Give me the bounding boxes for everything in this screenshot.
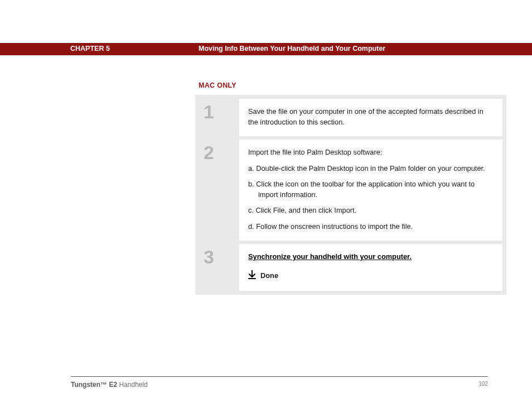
synchronize-link[interactable]: Synchronize your handheld with your comp… [248,252,412,261]
done-label: Done [260,271,278,281]
step-content: Import the file into Palm Desktop softwa… [239,140,502,241]
steps-card: 1 Save the file on your computer in one … [195,95,506,295]
substep-a: a. Double-click the Palm Desktop icon in… [248,164,494,174]
product-name-bold: Tungsten™ E2 [71,381,117,389]
substep-d: d. Follow the onscreen instructions to i… [248,222,494,232]
step-content: Save the file on your computer in one of… [239,99,502,136]
substep-c: c. Click File, and then click Import. [248,205,494,216]
document-page: CHAPTER 5 Moving Info Between Your Handh… [0,0,532,412]
step-row: 1 Save the file on your computer in one … [199,99,502,136]
step-row: 3 Synchronize your handheld with your co… [199,244,502,291]
platform-label: MAC ONLY [199,82,236,89]
step-row: 2 Import the file into Palm Desktop soft… [199,140,502,241]
step-body-text: Save the file on your computer in one of… [248,107,494,127]
step-lead-text: Import the file into Palm Desktop softwa… [248,147,494,158]
step-number: 3 [199,244,236,266]
step-number: 1 [199,99,236,121]
footer-rule [71,376,488,377]
down-arrow-icon [248,270,256,282]
step-number: 2 [199,140,236,162]
substep-b: b. Click the icon on the toolbar for the… [248,179,494,200]
chapter-header-bar: CHAPTER 5 Moving Info Between Your Handh… [0,43,532,55]
page-number: 102 [478,381,488,387]
chapter-title: Moving Info Between Your Handheld and Yo… [199,45,385,52]
page-footer: Tungsten™ E2 Handheld 102 [71,381,488,389]
product-name-rest: Handheld [117,381,148,389]
chapter-label: CHAPTER 5 [70,45,110,52]
step-content: Synchronize your handheld with your comp… [239,244,502,291]
done-indicator: Done [248,270,494,282]
